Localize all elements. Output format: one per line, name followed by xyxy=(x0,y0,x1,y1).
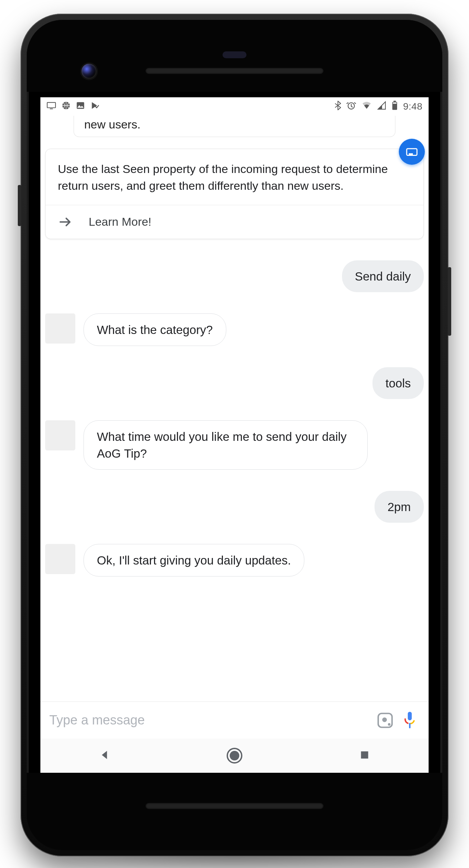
lens-icon[interactable] xyxy=(376,711,394,730)
svg-rect-9 xyxy=(409,153,413,155)
assistant-avatar xyxy=(45,420,75,450)
agent-badge-icon xyxy=(399,139,425,165)
nav-home-button[interactable] xyxy=(227,748,242,764)
svg-rect-13 xyxy=(408,711,412,720)
previous-card-peek: new users. xyxy=(74,116,395,137)
display-icon xyxy=(47,101,56,112)
phone-frame: 9:48 new users. Use the last Seen proper… xyxy=(21,14,448,856)
play-checked-icon xyxy=(90,101,99,112)
android-nav-bar xyxy=(40,739,429,773)
svg-rect-0 xyxy=(47,102,55,108)
message-row-assistant: Ok, I'll start giving you daily updates. xyxy=(45,544,424,576)
cell-signal-icon xyxy=(377,101,386,112)
assistant-bubble[interactable]: Ok, I'll start giving you daily updates. xyxy=(84,544,304,576)
front-camera xyxy=(81,64,97,79)
message-row-assistant: What time would you like me to send your… xyxy=(45,420,424,470)
screen: 9:48 new users. Use the last Seen proper… xyxy=(40,97,429,773)
svg-rect-7 xyxy=(393,102,396,104)
earpiece-speaker xyxy=(145,68,324,74)
bottom-bezel xyxy=(27,773,442,850)
assistant-avatar xyxy=(45,544,75,574)
svg-rect-1 xyxy=(50,109,53,109)
message-row-user: 2pm xyxy=(45,491,424,523)
user-bubble[interactable]: Send daily xyxy=(342,260,424,292)
battery-icon xyxy=(392,101,398,113)
basketball-icon xyxy=(62,101,71,112)
message-row-user: Send daily xyxy=(45,260,424,292)
assistant-avatar xyxy=(45,313,75,344)
svg-point-12 xyxy=(388,723,390,726)
bluetooth-icon xyxy=(335,101,341,113)
peek-text: new users. xyxy=(84,118,140,131)
volume-button xyxy=(18,185,21,226)
svg-rect-6 xyxy=(393,101,396,102)
wifi-icon xyxy=(362,101,372,112)
alarm-icon xyxy=(346,101,356,113)
assistant-bubble[interactable]: What is the category? xyxy=(84,313,226,346)
svg-rect-15 xyxy=(361,752,368,759)
status-time: 9:48 xyxy=(403,101,423,112)
tip-card-body: Use the last Seen property of the incomi… xyxy=(46,149,423,205)
svg-rect-3 xyxy=(77,102,84,109)
status-bar: 9:48 xyxy=(40,97,429,116)
compose-bar xyxy=(40,702,429,739)
tip-card-action[interactable]: Learn More! xyxy=(46,205,423,239)
mic-icon[interactable] xyxy=(401,711,420,730)
proximity-sensor xyxy=(223,51,246,58)
chat-scroll[interactable]: new users. Use the last Seen property of… xyxy=(40,116,429,702)
nav-back-button[interactable] xyxy=(98,749,111,762)
user-bubble[interactable]: 2pm xyxy=(375,491,424,523)
message-row-user: tools xyxy=(45,367,424,399)
image-icon xyxy=(76,101,85,112)
bottom-speaker xyxy=(145,803,324,809)
assistant-bubble[interactable]: What time would you like me to send your… xyxy=(84,420,368,470)
user-bubble[interactable]: tools xyxy=(372,367,424,399)
nav-recents-button[interactable] xyxy=(358,749,371,762)
top-bezel xyxy=(27,20,442,92)
arrow-right-icon xyxy=(58,215,72,229)
message-row-assistant: What is the category? xyxy=(45,313,424,346)
message-input[interactable] xyxy=(49,713,369,728)
tip-card: Use the last Seen property of the incomi… xyxy=(45,149,424,239)
svg-point-11 xyxy=(382,717,387,722)
tip-action-label: Learn More! xyxy=(89,215,151,228)
power-button xyxy=(448,267,451,336)
